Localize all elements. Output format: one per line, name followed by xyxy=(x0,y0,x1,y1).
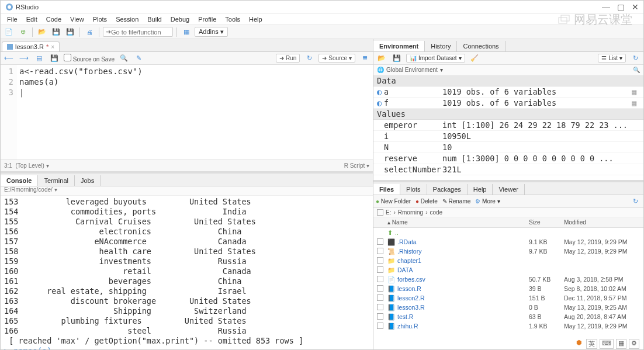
file-checkbox[interactable] xyxy=(377,266,383,273)
source-on-save-checkbox[interactable] xyxy=(64,54,71,61)
tab-viewer[interactable]: Viewer xyxy=(493,184,524,195)
col-size[interactable]: Size xyxy=(529,219,564,226)
file-row[interactable]: 📘test.R63 BAug 20, 2018, 8:47 AM xyxy=(373,312,643,321)
menu-edit[interactable]: Edit xyxy=(22,15,41,24)
print-icon[interactable]: 🖨 xyxy=(84,27,95,37)
minimize-button[interactable]: — xyxy=(602,2,610,12)
close-tab-icon[interactable]: × xyxy=(51,44,54,50)
file-row[interactable]: 📘lesson.R39 BSep 8, 2018, 10:02 AM xyxy=(373,284,643,293)
file-checkbox[interactable] xyxy=(377,313,383,320)
file-row[interactable]: ⬛.RData9.1 KBMay 12, 2019, 9:29 PM xyxy=(373,237,643,247)
file-checkbox[interactable] xyxy=(377,238,383,245)
expand-icon[interactable]: ◐ xyxy=(377,86,384,97)
menu-view[interactable]: View xyxy=(66,15,88,24)
files-pane: Files Plots Packages Help Viewer ● New F… xyxy=(373,182,643,349)
file-up[interactable]: ⬆ .. xyxy=(373,228,643,237)
source-button[interactable]: ➜ Source ▾ xyxy=(318,54,355,63)
delete-button[interactable]: ● Delete xyxy=(416,198,438,205)
run-button[interactable]: ➜ Run xyxy=(276,54,300,63)
console-output[interactable]: 153 leveraged buyouts United States 154 … xyxy=(1,196,373,349)
file-row[interactable]: 📘zhihu.R1.9 KBMay 12, 2019, 9:29 PM xyxy=(373,321,643,331)
addins-dropdown[interactable]: Addins ▾ xyxy=(195,27,228,37)
file-row[interactable]: 📘lesson2.R151 BDec 11, 2018, 9:57 PM xyxy=(373,293,643,303)
file-row[interactable]: 📁chapter1 xyxy=(373,256,643,265)
clear-env-icon[interactable]: 🧹 xyxy=(469,53,480,64)
tab-terminal[interactable]: Terminal xyxy=(38,175,75,186)
refresh-env-icon[interactable]: ↻ xyxy=(629,53,641,64)
new-project-icon[interactable]: ⊕ xyxy=(17,27,29,37)
select-all-checkbox[interactable] xyxy=(377,209,383,216)
list-mode-button[interactable]: ☰ List ▾ xyxy=(598,54,626,63)
tab-environment[interactable]: Environment xyxy=(373,41,425,51)
menu-plots[interactable]: Plots xyxy=(89,15,111,24)
col-name[interactable]: Name xyxy=(392,219,408,226)
rename-button[interactable]: ✎ Rename xyxy=(442,198,471,205)
import-dataset-button[interactable]: 📊 Import Dataset ▾ xyxy=(406,54,465,63)
menu-help[interactable]: Help xyxy=(245,15,266,24)
expand-icon[interactable]: ◐ xyxy=(377,98,384,108)
menu-tools[interactable]: Tools xyxy=(221,15,244,24)
goto-file-input[interactable]: ➜ Go to file/function xyxy=(103,27,173,37)
view-data-icon[interactable]: ▦ xyxy=(632,86,640,97)
menu-build[interactable]: Build xyxy=(143,15,165,24)
open-file-icon[interactable]: 📂 xyxy=(36,27,48,37)
refresh-files-icon[interactable]: ↻ xyxy=(629,196,641,207)
tab-plots[interactable]: Plots xyxy=(400,184,427,195)
menu-profile[interactable]: Profile xyxy=(194,15,220,24)
find-icon[interactable]: 🔍 xyxy=(118,53,130,64)
file-checkbox[interactable] xyxy=(377,248,383,254)
lang-indicator[interactable]: R Script xyxy=(344,162,365,169)
search-env-icon[interactable]: 🔍 xyxy=(633,67,640,73)
rerun-icon[interactable]: ↻ xyxy=(303,53,315,64)
col-modified[interactable]: Modified xyxy=(564,219,640,226)
wand-icon[interactable]: ✎ xyxy=(133,53,145,64)
more-button[interactable]: ⚙ More ▾ xyxy=(475,198,500,205)
tab-help[interactable]: Help xyxy=(468,184,493,195)
menu-session[interactable]: Session xyxy=(112,15,143,24)
close-button[interactable]: ✕ xyxy=(632,2,639,12)
load-workspace-icon[interactable]: 📂 xyxy=(376,53,387,64)
menu-code[interactable]: Code xyxy=(42,15,65,24)
tab-packages[interactable]: Packages xyxy=(427,184,468,195)
file-checkbox[interactable] xyxy=(377,294,383,301)
menu-debug[interactable]: Debug xyxy=(167,15,193,24)
file-checkbox[interactable] xyxy=(377,323,383,329)
file-checkbox[interactable] xyxy=(377,304,383,310)
grid-icon[interactable]: ▦ xyxy=(181,27,192,37)
source-tab[interactable]: lesson3.R* × xyxy=(2,41,60,51)
tab-console[interactable]: Console xyxy=(1,175,38,186)
tab-history[interactable]: History xyxy=(425,41,457,51)
file-row[interactable]: 📄forbes.csv50.7 KBAug 3, 2018, 2:58 PM xyxy=(373,275,643,284)
env-var-f[interactable]: ◐f1019 obs. of 6 variables▦ xyxy=(373,98,643,109)
tab-files[interactable]: Files xyxy=(373,184,400,195)
tab-connections[interactable]: Connections xyxy=(457,41,505,51)
menu-file[interactable]: File xyxy=(3,15,22,24)
code-editor[interactable]: 123 a<-read.csv("forbes.csv") names(a) | xyxy=(1,65,373,160)
tab-jobs[interactable]: Jobs xyxy=(75,175,101,186)
svg-rect-4 xyxy=(561,15,569,21)
breadcrumb[interactable]: E: › Rmorning › code xyxy=(373,208,643,217)
show-doc-icon[interactable]: ▤ xyxy=(33,53,45,64)
new-file-icon[interactable]: 📄 xyxy=(3,27,15,37)
back-icon[interactable]: ⟵ xyxy=(3,53,15,64)
file-checkbox[interactable] xyxy=(377,276,383,282)
view-data-icon[interactable]: ▦ xyxy=(632,98,640,108)
scope-indicator[interactable]: (Top Level) xyxy=(15,162,44,169)
forward-icon[interactable]: ⟶ xyxy=(18,53,30,64)
env-var-a[interactable]: ◐a1019 obs. of 6 variables▦ xyxy=(373,86,643,98)
file-row[interactable]: 📘lesson3.R0 BMay 13, 2019, 9:25 AM xyxy=(373,303,643,312)
save-icon[interactable]: 💾 xyxy=(50,27,62,37)
save-workspace-icon[interactable]: 💾 xyxy=(391,53,403,64)
file-checkbox[interactable] xyxy=(377,257,383,264)
scope-selector[interactable]: Global Environment xyxy=(386,67,438,73)
maximize-button[interactable]: ▢ xyxy=(617,2,625,12)
save-doc-icon[interactable]: 💾 xyxy=(49,53,60,64)
file-row[interactable]: 📜.Rhistory9.7 KBMay 12, 2019, 9:29 PM xyxy=(373,247,643,256)
new-folder-button[interactable]: ● New Folder xyxy=(376,198,411,205)
save-all-icon[interactable]: 💾 xyxy=(64,27,76,37)
file-size: 9.7 KB xyxy=(529,248,564,255)
file-checkbox[interactable] xyxy=(377,285,383,292)
file-icon: 📁 xyxy=(387,266,395,274)
file-row[interactable]: 📁DATA xyxy=(373,265,643,275)
outline-icon[interactable]: ≣ xyxy=(359,53,371,64)
